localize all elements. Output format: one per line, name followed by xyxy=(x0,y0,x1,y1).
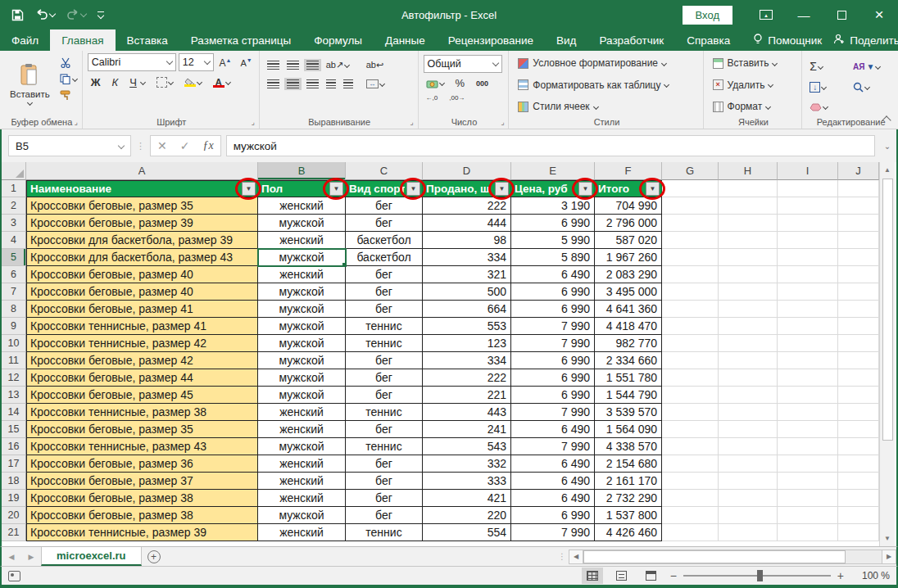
data-cell[interactable]: 7 990 xyxy=(511,524,595,541)
data-cell[interactable]: 587 020 xyxy=(595,232,662,249)
data-cell[interactable]: 6 990 xyxy=(511,507,595,524)
tab-ribbon[interactable]: Вставка xyxy=(116,29,179,51)
enter-icon[interactable]: ✓ xyxy=(180,139,190,152)
decrease-decimal-icon[interactable]: ,00→ xyxy=(447,93,467,104)
decrease-indent-icon[interactable] xyxy=(324,78,338,90)
empty-cell[interactable] xyxy=(662,318,719,335)
data-cell[interactable]: 3 539 570 xyxy=(595,404,662,421)
data-cell[interactable]: Кроссовки беговые, размер 36 xyxy=(26,455,258,473)
row-header-19[interactable]: 19 xyxy=(2,490,26,507)
data-cell[interactable]: 6 990 xyxy=(511,387,595,404)
new-sheet-icon[interactable]: + xyxy=(147,550,161,563)
data-cell[interactable]: Кроссовки беговые, размер 44 xyxy=(26,369,258,387)
number-dialog-launcher-icon[interactable]: ⌟ xyxy=(501,118,504,126)
tab-ribbon[interactable]: Формулы xyxy=(302,29,374,51)
data-cell[interactable]: 7 990 xyxy=(511,438,595,455)
next-sheet-icon[interactable]: ▶ xyxy=(21,547,41,566)
empty-cell[interactable] xyxy=(838,387,879,404)
autosum-button[interactable]: Σ xyxy=(807,58,842,75)
empty-cell[interactable] xyxy=(719,301,778,318)
empty-cell[interactable] xyxy=(719,369,778,387)
data-cell[interactable]: мужской xyxy=(258,507,346,524)
scroll-down-icon[interactable]: ▼ xyxy=(880,531,895,546)
empty-cell[interactable] xyxy=(719,197,778,215)
row-header-10[interactable]: 10 xyxy=(2,335,26,352)
empty-cell[interactable] xyxy=(719,473,778,490)
empty-cell[interactable] xyxy=(838,369,879,387)
data-cell[interactable]: Кроссовки беговые, размер 38 xyxy=(26,490,258,507)
data-cell[interactable]: 553 xyxy=(423,318,511,335)
format-painter-button[interactable] xyxy=(58,89,79,102)
data-cell[interactable]: Кроссовки теннисные, размер 43 xyxy=(26,438,258,455)
empty-cell[interactable] xyxy=(838,455,879,473)
empty-cell[interactable] xyxy=(838,352,879,369)
data-cell[interactable]: 6 990 xyxy=(511,369,595,387)
underline-button[interactable]: Ч xyxy=(126,75,148,90)
fill-button[interactable]: ↓ xyxy=(807,80,842,94)
data-cell[interactable]: Кроссовки беговые, размер 39 xyxy=(26,215,258,232)
empty-cell[interactable] xyxy=(838,283,879,301)
data-cell[interactable]: теннис xyxy=(346,318,423,335)
delete-cells-button[interactable]: × Удалить xyxy=(710,79,797,92)
name-box-dropdown-icon[interactable] xyxy=(118,142,125,149)
data-cell[interactable]: мужской xyxy=(258,283,346,301)
scroll-right-icon[interactable]: ▶ xyxy=(882,550,896,564)
column-header-E[interactable]: E xyxy=(511,162,595,180)
row-header-8[interactable]: 8 xyxy=(2,301,26,318)
empty-cell[interactable] xyxy=(778,387,838,404)
empty-cell[interactable] xyxy=(719,490,778,507)
zoom-slider-thumb[interactable] xyxy=(757,570,763,581)
formula-bar-splitter[interactable]: ⋮ xyxy=(136,143,145,149)
increase-indent-icon[interactable] xyxy=(341,78,356,90)
column-header-G[interactable]: G xyxy=(662,162,719,180)
undo-icon[interactable] xyxy=(35,9,55,20)
empty-cell[interactable] xyxy=(838,301,879,318)
autofilter-dropdown-icon[interactable]: ▼ xyxy=(578,182,592,196)
alignment-dialog-launcher-icon[interactable]: ⌟ xyxy=(410,118,413,126)
format-as-table-button[interactable]: Форматировать как таблицу xyxy=(515,79,697,92)
data-cell[interactable]: 1 544 790 xyxy=(595,387,662,404)
empty-cell[interactable] xyxy=(778,266,838,283)
data-cell[interactable]: Кроссовки беговые, размер 38 xyxy=(26,507,258,524)
horizontal-scrollbar-thumb[interactable] xyxy=(583,550,846,563)
insert-cells-button[interactable]: Вставить xyxy=(710,57,797,70)
empty-cell[interactable] xyxy=(778,490,838,507)
clipboard-dialog-launcher-icon[interactable]: ⌟ xyxy=(75,118,78,126)
align-middle-icon[interactable] xyxy=(284,59,302,71)
data-cell[interactable]: бег xyxy=(346,421,423,438)
undo-dropdown-icon[interactable] xyxy=(49,10,56,16)
data-cell[interactable]: бег xyxy=(346,283,423,301)
empty-cell[interactable] xyxy=(778,301,838,318)
zoom-slider[interactable] xyxy=(683,575,831,577)
empty-cell[interactable] xyxy=(778,369,838,387)
data-cell[interactable]: 6 490 xyxy=(511,490,595,507)
row-header-3[interactable]: 3 xyxy=(2,215,26,232)
empty-cell[interactable] xyxy=(662,369,719,387)
zoom-in-icon[interactable]: + xyxy=(837,570,844,581)
data-cell[interactable]: Кроссовки теннисные, размер 38 xyxy=(26,404,258,421)
grow-font-button[interactable]: А▲ xyxy=(216,56,235,70)
data-cell[interactable]: 7 990 xyxy=(511,318,595,335)
column-header-B[interactable]: B xyxy=(258,162,346,180)
data-cell[interactable]: бег xyxy=(346,473,423,490)
align-top-icon[interactable] xyxy=(265,59,282,71)
data-cell[interactable]: Кроссовки беговые, размер 35 xyxy=(26,421,258,438)
empty-cell[interactable] xyxy=(719,507,778,524)
data-cell[interactable]: женский xyxy=(258,421,346,438)
column-header-C[interactable]: C xyxy=(346,162,423,180)
autofilter-dropdown-icon[interactable]: ▼ xyxy=(242,182,256,196)
cut-button[interactable] xyxy=(58,57,79,69)
data-cell[interactable]: 222 xyxy=(423,197,511,215)
data-cell[interactable]: 1 564 090 xyxy=(595,421,662,438)
data-cell[interactable]: бег xyxy=(346,301,423,318)
empty-cell[interactable] xyxy=(778,404,838,421)
empty-cell[interactable] xyxy=(778,473,838,490)
data-cell[interactable]: 2 334 660 xyxy=(595,352,662,369)
formula-input[interactable]: мужской xyxy=(226,135,875,156)
empty-cell[interactable] xyxy=(662,421,719,438)
row-header-2[interactable]: 2 xyxy=(2,197,26,215)
data-cell[interactable]: женский xyxy=(258,232,346,249)
autofilter-dropdown-icon[interactable]: ▼ xyxy=(406,182,420,196)
empty-cell[interactable] xyxy=(778,438,838,455)
empty-cell[interactable] xyxy=(778,335,838,352)
